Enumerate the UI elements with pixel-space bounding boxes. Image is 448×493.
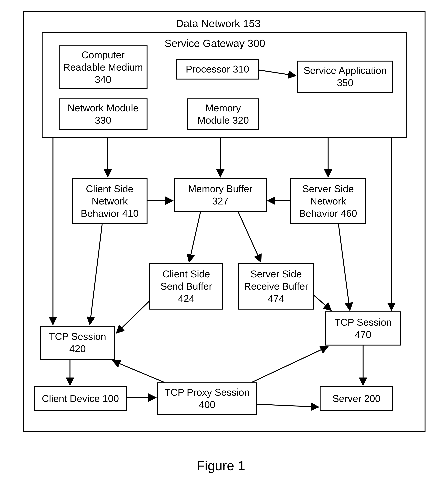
node-label: Behavior 460 [299, 207, 357, 220]
node-label: Network [310, 195, 346, 207]
node-label: TCP Proxy Session [165, 386, 250, 399]
node-label: Server Side [302, 183, 354, 195]
node-label: Memory [205, 102, 241, 114]
node-client-device-100: Client Device 100 [34, 386, 127, 411]
outer-frame-title: Data Network 153 [176, 17, 261, 30]
node-label: Send Buffer [160, 280, 212, 292]
node-network-module-330: Network Module 330 [59, 99, 148, 130]
node-label: 474 [268, 292, 284, 305]
node-tcp-proxy-session-400: TCP Proxy Session 400 [157, 382, 257, 415]
node-label: Service Application [304, 64, 386, 77]
node-label: Network [92, 195, 128, 207]
node-label: 400 [199, 399, 215, 411]
node-label: Network Module [67, 102, 139, 114]
node-label: 424 [178, 292, 195, 305]
node-label: Server 200 [332, 392, 381, 405]
diagram-canvas: Data Network 153 Service Gateway 300 Com… [0, 0, 448, 493]
node-label: 420 [69, 343, 86, 355]
node-memory-module-320: Memory Module 320 [187, 99, 259, 130]
node-processor-310: Processor 310 [176, 59, 259, 79]
node-label: 470 [355, 328, 371, 341]
node-tcp-session-470: TCP Session 470 [325, 312, 401, 346]
node-label: Processor 310 [186, 63, 249, 75]
node-label: Module 320 [197, 114, 249, 126]
node-memory-buffer-327: Memory Buffer 327 [174, 178, 267, 212]
node-server-behavior-460: Server Side Network Behavior 460 [290, 178, 366, 224]
node-crm-340: Computer Readable Medium 340 [59, 45, 148, 89]
node-label: Memory Buffer [188, 183, 253, 195]
node-label: Client Side [86, 183, 133, 195]
node-label: 330 [95, 114, 111, 126]
node-label: 350 [337, 77, 353, 89]
inner-frame-title: Service Gateway 300 [165, 37, 265, 50]
node-label: Readable Medium [63, 61, 143, 73]
node-label: 340 [95, 73, 111, 86]
node-label: TCP Session [335, 316, 392, 328]
node-client-behavior-410: Client Side Network Behavior 410 [72, 178, 148, 224]
node-client-send-buffer-424: Client Side Send Buffer 424 [149, 263, 223, 310]
node-server-200: Server 200 [320, 386, 393, 411]
node-label: Receive Buffer [244, 280, 308, 292]
node-tcp-session-420: TCP Session 420 [40, 326, 115, 360]
node-label: 327 [212, 195, 229, 207]
node-label: TCP Session [49, 330, 106, 343]
node-label: Server Side [250, 268, 302, 280]
node-label: Client Side [162, 268, 210, 280]
node-label: Computer [82, 49, 125, 61]
node-service-application-350: Service Application 350 [297, 61, 393, 93]
node-server-receive-buffer-474: Server Side Receive Buffer 474 [238, 263, 314, 310]
node-label: Client Device 100 [42, 392, 119, 405]
node-label: Behavior 410 [81, 207, 139, 220]
figure-label: Figure 1 [197, 458, 245, 473]
